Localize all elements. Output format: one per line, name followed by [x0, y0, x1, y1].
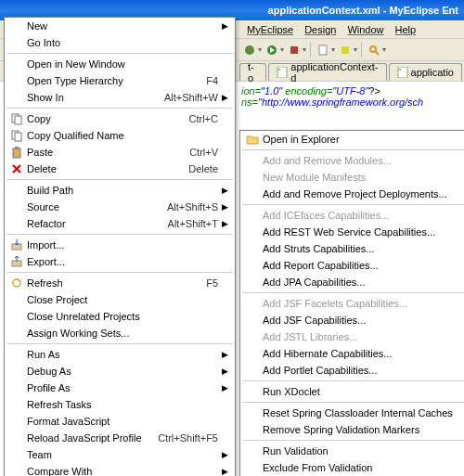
menu-item[interactable]: Add REST Web Service Capabilities... — [240, 224, 464, 240]
menu-item[interactable]: Compare With▶ — [5, 463, 235, 476]
menu-item-label: Profile As — [25, 382, 218, 393]
svg-rect-3 — [319, 45, 327, 55]
dropdown-icon[interactable]: ▾ — [303, 45, 306, 54]
menu-item[interactable]: Run XDoclet — [240, 383, 464, 400]
blank-icon — [244, 313, 261, 328]
menu-item-label: Copy — [25, 113, 189, 124]
menu-item-label: Import... — [25, 239, 218, 251]
menu-item[interactable]: Add Report Capabilities... — [240, 257, 464, 274]
menu-item[interactable]: Close Project — [5, 291, 235, 308]
context-menu-main: New▶Go IntoOpen in New WindowOpen Type H… — [4, 17, 236, 476]
dropdown-icon[interactable]: ▾ — [258, 45, 262, 54]
menu-item-label: New — [25, 20, 218, 32]
menu-separator — [6, 234, 233, 235]
tab[interactable]: applicationContext-d — [268, 63, 386, 81]
menu-item[interactable]: Close Unrelated Projects — [5, 308, 235, 325]
menu-item[interactable]: New▶ — [5, 18, 235, 34]
menu-item[interactable]: Exclude From Validation — [240, 459, 464, 476]
menu-item[interactable]: Run Validation — [240, 443, 464, 459]
menu-item-label: Compare With — [25, 466, 218, 476]
menu-separator — [242, 204, 464, 205]
menu-item[interactable]: RefreshF5 — [5, 275, 235, 291]
menu-item-label: Close Project — [25, 294, 218, 305]
menu-item[interactable]: Add Portlet Capabilities... — [240, 362, 464, 379]
menu-item-label: Exclude From Validation — [261, 462, 464, 473]
menu-item-label: Close Unrelated Projects — [25, 311, 218, 322]
submenu-arrow-icon: ▶ — [222, 186, 231, 195]
menu-separator — [242, 440, 464, 441]
tab[interactable]: t-o — [239, 63, 266, 81]
menu-item[interactable]: Run As▶ — [5, 346, 235, 363]
menu-item-label: Build Path — [25, 185, 218, 196]
svg-rect-14 — [15, 133, 21, 141]
blank-icon — [8, 380, 25, 395]
menu-item-label: Team — [25, 449, 218, 460]
menu-item[interactable]: Reload JavaScript ProfileCtrl+Shift+F5 — [5, 430, 235, 446]
search-icon[interactable] — [366, 42, 382, 58]
menu-item[interactable]: Open in Explorer — [240, 131, 464, 148]
menu-item[interactable]: Profile As▶ — [5, 380, 235, 396]
submenu-arrow-icon: ▶ — [222, 450, 231, 459]
menu-item[interactable]: Reset Spring Classloader Internal Caches — [240, 405, 464, 421]
blank-icon — [244, 241, 261, 256]
menu-item-label: Reset Spring Classloader Internal Caches — [261, 407, 464, 418]
svg-point-10 — [399, 69, 401, 71]
menu-item[interactable]: Debug As▶ — [5, 363, 235, 380]
menu-item[interactable]: Team▶ — [5, 446, 235, 463]
menu-item[interactable]: Assign Working Sets... — [5, 325, 235, 341]
new-icon[interactable] — [315, 42, 331, 58]
blank-icon — [8, 35, 25, 50]
menu-myeclipse[interactable]: MyEclipse — [241, 23, 299, 36]
menu-item[interactable]: Add JSF Capabilities... — [240, 312, 464, 328]
menu-item-label: Open Type Hierarchy — [25, 75, 206, 86]
separator — [361, 43, 362, 58]
menu-item-label: Add and Remove Project Deployments... — [261, 188, 464, 199]
menu-item-accelerator: Delete — [188, 163, 222, 174]
xml-file-icon — [397, 67, 408, 78]
menu-item[interactable]: CopyCtrl+C — [5, 110, 235, 127]
dropdown-icon[interactable]: ▾ — [280, 45, 284, 54]
menu-item[interactable]: Add Hibernate Capabilities... — [240, 345, 464, 362]
menu-item[interactable]: Open in New Window — [5, 56, 235, 72]
menu-window[interactable]: Window — [342, 23, 389, 36]
menu-item[interactable]: Export... — [5, 253, 235, 270]
menu-item[interactable]: Copy Qualified Name — [5, 127, 235, 144]
menu-help[interactable]: Help — [390, 23, 422, 36]
dropdown-icon[interactable]: ▾ — [331, 45, 335, 54]
menu-item[interactable]: Format JavaScript — [5, 413, 235, 430]
tool-icon[interactable] — [337, 42, 354, 58]
menu-item[interactable]: SourceAlt+Shift+S▶ — [5, 199, 235, 215]
menu-item[interactable]: Refresh Tasks — [5, 396, 235, 413]
menu-item[interactable]: Build Path▶ — [5, 182, 235, 199]
menu-item[interactable]: Show InAlt+Shift+W▶ — [5, 89, 235, 106]
menu-item[interactable]: Go Into — [5, 34, 235, 51]
submenu-arrow-icon: ▶ — [222, 383, 231, 392]
dropdown-icon[interactable]: ▾ — [382, 45, 386, 54]
menu-separator — [6, 53, 233, 54]
ext-tools-icon[interactable] — [286, 42, 303, 58]
menu-item[interactable]: Add JPA Capabilities... — [240, 274, 464, 290]
menu-item-label: Delete — [25, 163, 188, 174]
menu-design[interactable]: Design — [299, 23, 342, 36]
copy-icon — [8, 128, 25, 143]
menu-item-label: Run XDoclet — [261, 386, 464, 397]
menu-item[interactable]: PasteCtrl+V — [5, 144, 235, 161]
dropdown-icon[interactable]: ▾ — [354, 45, 357, 54]
menu-item[interactable]: Add and Remove Project Deployments... — [240, 186, 464, 202]
blank-icon — [244, 187, 261, 201]
blank-icon — [8, 183, 25, 198]
blank-icon — [244, 405, 261, 420]
menu-item[interactable]: Remove Spring Validation Markers — [240, 421, 464, 438]
submenu-arrow-icon: ▶ — [222, 219, 231, 228]
menu-item[interactable]: Add Struts Capabilities... — [240, 240, 464, 257]
menu-item[interactable]: Import... — [5, 237, 235, 253]
menu-item-label: New Module Manifests — [261, 172, 464, 183]
run-icon[interactable] — [264, 42, 280, 58]
menu-item[interactable]: RefactorAlt+Shift+T▶ — [5, 215, 235, 232]
tab[interactable]: applicatio — [389, 63, 462, 81]
menu-item[interactable]: Open Type HierarchyF4 — [5, 72, 235, 89]
blank-icon — [244, 258, 261, 273]
debug-icon[interactable] — [241, 42, 258, 58]
menu-item-label: Refresh — [25, 277, 206, 289]
menu-item[interactable]: DeleteDelete — [5, 161, 235, 177]
